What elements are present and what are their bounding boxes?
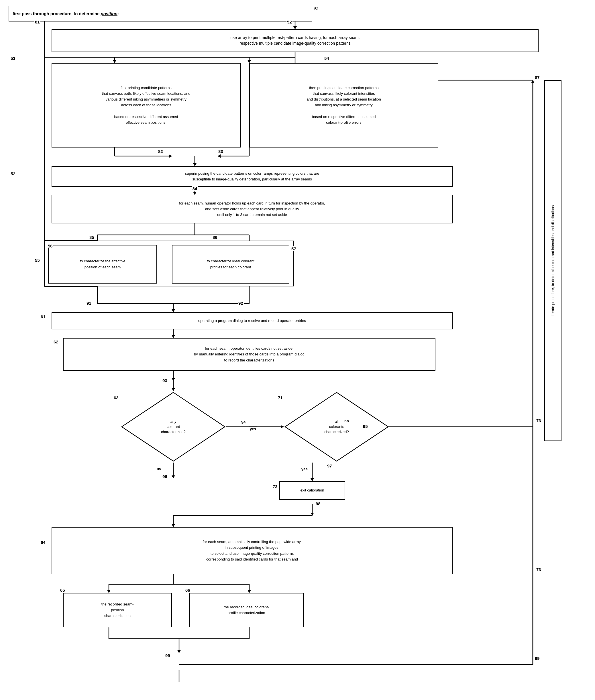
label-52b: 52 (10, 171, 16, 176)
svg-marker-10 (248, 60, 251, 63)
diamond-63: anycolorantcharacterized? (120, 391, 226, 463)
label-64: 64 (40, 540, 46, 545)
box-62-text: for each seam, operator identifies cards… (194, 346, 305, 363)
label-81: 81 (34, 20, 40, 24)
box-52a-text: use array to print multiple test-pattern… (230, 35, 360, 46)
svg-marker-37 (172, 335, 175, 338)
label-73a: 73 (536, 418, 542, 423)
label-92: 92 (238, 301, 244, 305)
no-right: no (344, 419, 349, 423)
label-94: 94 (240, 420, 246, 425)
label-54: 54 (324, 56, 330, 61)
box-64-text: for each seam, automatically controlling… (202, 539, 301, 562)
label-82: 82 (158, 149, 164, 154)
box-superimposing-text: superimposing the candidate patterns on … (185, 171, 319, 182)
svg-marker-8 (113, 60, 116, 63)
box-65-text: the recorded seam- position characteriza… (102, 602, 134, 619)
label-63: 63 (113, 395, 119, 400)
label-99b: 99 (534, 656, 540, 661)
label-53: 53 (10, 56, 16, 61)
label-61: 61 (40, 314, 46, 319)
diamond-71: allcolorantscharacterized? (284, 391, 390, 463)
svg-marker-62 (248, 590, 251, 593)
svg-marker-71 (531, 80, 535, 83)
label-57: 57 (291, 246, 297, 251)
box-65: the recorded seam- position characteriza… (63, 593, 172, 627)
box-exit-calibration: exit calibration (279, 481, 345, 500)
no-left: no (156, 466, 162, 471)
box-iterate: iterate procedure, to determine colorant… (544, 80, 562, 441)
label-93: 93 (162, 378, 168, 383)
label-96: 96 (162, 474, 168, 479)
label-91: 91 (86, 301, 92, 305)
label-72: 72 (272, 484, 278, 489)
label-97: 97 (327, 463, 333, 468)
label-98: 98 (315, 501, 321, 506)
svg-marker-17 (218, 154, 221, 158)
box-57: to characterize ideal colorant profiles … (172, 245, 289, 284)
box-61-text: operating a program dialog to receive an… (198, 318, 306, 323)
svg-marker-1 (293, 26, 297, 29)
box-62: for each seam, operator identifies cards… (63, 338, 435, 371)
box-56-text: to characterize the effective position o… (80, 258, 125, 270)
box-53-text: first printing candidate patterns that c… (102, 85, 190, 125)
label-55: 55 (34, 258, 40, 263)
label-66: 66 (185, 588, 191, 592)
box-exit-calibration-text: exit calibration (300, 488, 324, 493)
label-56: 56 (47, 243, 53, 248)
box-57-text: to characterize ideal colorant profiles … (207, 258, 254, 270)
box-53: first printing candidate patterns that c… (52, 63, 240, 147)
label-84: 84 (192, 186, 198, 191)
svg-marker-41 (172, 388, 175, 391)
svg-marker-56 (172, 524, 175, 527)
label-83: 83 (218, 149, 224, 154)
svg-marker-51 (311, 478, 314, 481)
box-84: for each seam, human operator holds up e… (52, 195, 453, 224)
diamond-71-text: allcolorantscharacterized? (284, 391, 390, 463)
box-61: operating a program dialog to receive an… (52, 312, 453, 329)
svg-marker-35 (172, 309, 175, 312)
box-52a: use array to print multiple test-pattern… (52, 29, 539, 52)
svg-marker-53 (311, 513, 314, 516)
box-84-text: for each seam, human operator holds up e… (179, 201, 325, 218)
diamond-63-text: anycolorantcharacterized? (120, 391, 226, 463)
label-71: 71 (277, 395, 283, 400)
label-85: 85 (89, 235, 95, 240)
box-66-text: the recorded ideal colorant- profile cha… (224, 604, 269, 616)
label-99: 99 (165, 653, 171, 658)
box-51: first pass through procedure, to determi… (8, 6, 312, 22)
label-52a: 52 (286, 20, 292, 24)
box-iterate-text: iterate procedure, to determine colorant… (550, 205, 556, 316)
label-86: 86 (212, 235, 218, 240)
label-87: 87 (534, 75, 540, 80)
label-51: 51 (314, 6, 320, 11)
box-54-text: then printing candidate correction patte… (307, 85, 381, 125)
label-65: 65 (60, 588, 65, 592)
box-66: the recorded ideal colorant- profile cha… (189, 593, 304, 627)
svg-marker-49 (172, 475, 175, 478)
svg-marker-60 (107, 590, 111, 593)
svg-marker-14 (169, 154, 172, 158)
svg-marker-39 (172, 378, 175, 381)
svg-marker-44 (281, 425, 284, 429)
yes-97: yes (301, 467, 308, 471)
svg-marker-67 (177, 650, 181, 653)
yes-94: yes (249, 427, 257, 431)
diagram-container: first pass through procedure, to determi… (0, 0, 595, 700)
box-51-text: first pass through procedure, to determi… (12, 10, 119, 17)
box-superimposing: superimposing the candidate patterns on … (52, 166, 453, 187)
box-64: for each seam, automatically controlling… (52, 527, 453, 574)
svg-marker-19 (193, 163, 197, 166)
label-95: 95 (362, 424, 368, 429)
svg-marker-21 (193, 192, 197, 195)
label-62: 62 (53, 340, 59, 344)
box-56: to characterize the effective position o… (48, 245, 157, 284)
box-54: then printing candidate correction patte… (249, 63, 438, 147)
label-73b: 73 (536, 567, 542, 572)
